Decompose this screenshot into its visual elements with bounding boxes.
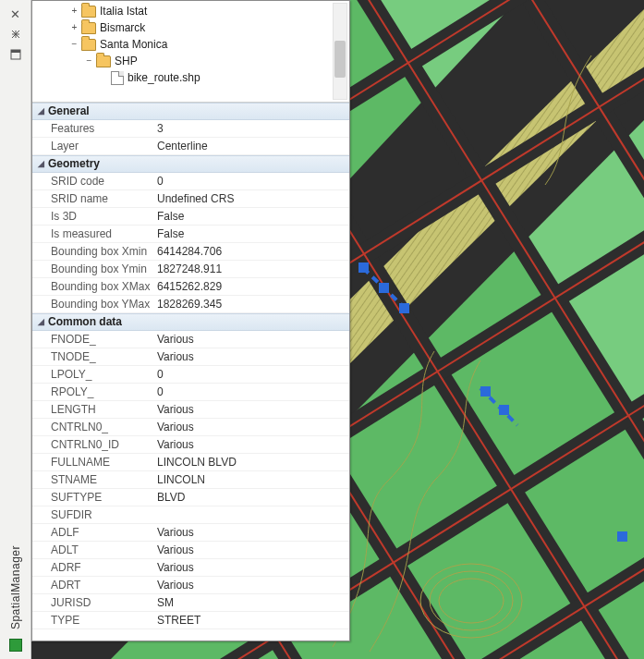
property-name: SRID code <box>32 173 157 189</box>
property-row[interactable]: CNTRLN0_Various <box>32 419 349 436</box>
property-name: ADRF <box>32 559 157 576</box>
property-row[interactable]: ADRTVarious <box>32 577 349 594</box>
property-row[interactable]: SUFTYPEBLVD <box>32 489 349 506</box>
property-value: 0 <box>157 384 349 400</box>
datasource-tree[interactable]: +Italia Istat+Bismarck−Santa Monica−SHPb… <box>32 1 349 103</box>
tree-node-label: bike_route.shp <box>128 69 200 86</box>
scrollbar-thumb[interactable] <box>334 41 346 78</box>
property-name: ADLT <box>32 542 157 558</box>
collapse-icon[interactable]: − <box>84 53 94 69</box>
section-header[interactable]: ◢General <box>32 103 349 120</box>
property-name: CNTRLN0_ <box>32 419 157 435</box>
property-value: 0 <box>157 173 349 189</box>
property-row[interactable]: JURISDSM <box>32 594 349 612</box>
property-value: Various <box>157 436 349 453</box>
property-value: Various <box>157 331 349 348</box>
folder-icon <box>81 6 96 18</box>
property-grid[interactable]: ◢GeneralFeatures3LayerCenterline◢Geometr… <box>32 103 349 641</box>
folder-icon <box>81 39 96 51</box>
property-row[interactable]: TYPESTREET <box>32 612 349 629</box>
property-value: Undefined CRS <box>157 190 349 207</box>
expand-icon[interactable]: + <box>69 19 79 36</box>
collapse-arrow-icon: ◢ <box>38 155 44 173</box>
property-row[interactable]: Is 3DFalse <box>32 208 349 226</box>
property-row[interactable]: Is measuredFalse <box>32 226 349 243</box>
tree-node[interactable]: +Bismarck <box>38 19 347 36</box>
property-value: Various <box>157 524 349 541</box>
app-icon <box>9 639 22 652</box>
section-header[interactable]: ◢Common data <box>32 313 349 331</box>
folder-icon <box>81 22 96 34</box>
property-row[interactable]: CNTRLN0_IDVarious <box>32 436 349 454</box>
property-value: False <box>157 226 349 242</box>
tree-scrollbar[interactable] <box>333 3 347 100</box>
tree-node[interactable]: bike_route.shp <box>38 69 347 86</box>
property-value <box>157 506 349 523</box>
property-value: Centerline <box>157 138 349 154</box>
property-row[interactable]: Bounding box Xmin6414284.706 <box>32 243 349 261</box>
property-value: 1827248.911 <box>157 261 349 277</box>
property-row[interactable]: Bounding box Ymin1827248.911 <box>32 261 349 278</box>
property-value: SM <box>157 594 349 611</box>
property-value: Various <box>157 348 349 365</box>
property-row[interactable]: SRID nameUndefined CRS <box>32 190 349 208</box>
property-value: Various <box>157 419 349 435</box>
close-icon[interactable]: ✕ <box>8 6 23 21</box>
property-row[interactable]: LayerCenterline <box>32 138 349 155</box>
tree-node[interactable]: +Italia Istat <box>38 3 347 19</box>
property-row[interactable]: ADRFVarious <box>32 559 349 577</box>
property-value: 3 <box>157 120 349 137</box>
property-name: LENGTH <box>32 401 157 418</box>
collapse-icon[interactable]: − <box>69 36 79 53</box>
property-name: TNODE_ <box>32 348 157 365</box>
property-value: False <box>157 208 349 225</box>
property-name: Bounding box Ymin <box>32 261 157 277</box>
property-row[interactable]: LENGTHVarious <box>32 401 349 419</box>
tree-node[interactable]: −SHP <box>38 53 347 69</box>
property-name: Is measured <box>32 226 157 242</box>
property-row[interactable]: Bounding box XMax6415262.829 <box>32 278 349 296</box>
svg-rect-33 <box>617 531 627 542</box>
expand-icon[interactable]: + <box>69 3 79 19</box>
property-value: Various <box>157 559 349 576</box>
svg-rect-29 <box>379 283 389 293</box>
menu-icon[interactable] <box>8 47 23 62</box>
properties-panel: +Italia Istat+Bismarck−Santa Monica−SHPb… <box>31 0 350 641</box>
pin-icon[interactable] <box>8 27 23 42</box>
property-row[interactable]: TNODE_Various <box>32 348 349 366</box>
property-row[interactable]: RPOLY_0 <box>32 384 349 401</box>
property-name: SRID name <box>32 190 157 207</box>
property-row[interactable]: FNODE_Various <box>32 331 349 348</box>
property-value: LINCOLN BLVD <box>157 454 349 470</box>
property-row[interactable]: FULLNAMELINCOLN BLVD <box>32 454 349 471</box>
property-value: Various <box>157 577 349 593</box>
property-name: TYPE <box>32 612 157 628</box>
property-name: JURISD <box>32 594 157 611</box>
property-name: RPOLY_ <box>32 384 157 400</box>
property-value: LINCOLN <box>157 471 349 488</box>
tree-node-label: SHP <box>115 53 138 69</box>
property-value: Various <box>157 401 349 418</box>
property-row[interactable]: ADLTVarious <box>32 542 349 559</box>
svg-rect-32 <box>499 405 509 415</box>
property-name: LPOLY_ <box>32 366 157 383</box>
tree-node[interactable]: −Santa Monica <box>38 36 347 53</box>
property-row[interactable]: Bounding box YMax1828269.345 <box>32 296 349 313</box>
property-row[interactable]: Features3 <box>32 120 349 138</box>
property-name: SUFDIR <box>32 506 157 523</box>
property-value: 0 <box>157 366 349 383</box>
collapse-arrow-icon: ◢ <box>38 313 44 331</box>
property-value: 6415262.829 <box>157 278 349 295</box>
property-name: STNAME <box>32 471 157 488</box>
folder-icon <box>96 55 111 67</box>
tree-node-label: Italia Istat <box>100 3 147 19</box>
property-row[interactable]: LPOLY_0 <box>32 366 349 384</box>
section-header[interactable]: ◢Geometry <box>32 155 349 173</box>
property-row[interactable]: STNAMELINCOLN <box>32 471 349 489</box>
property-name: Bounding box Xmin <box>32 243 157 260</box>
tree-node-label: Bismarck <box>100 19 145 36</box>
tree-node-label: Santa Monica <box>100 36 167 53</box>
property-row[interactable]: ADLFVarious <box>32 524 349 542</box>
property-row[interactable]: SUFDIR <box>32 506 349 524</box>
property-row[interactable]: SRID code0 <box>32 173 349 190</box>
